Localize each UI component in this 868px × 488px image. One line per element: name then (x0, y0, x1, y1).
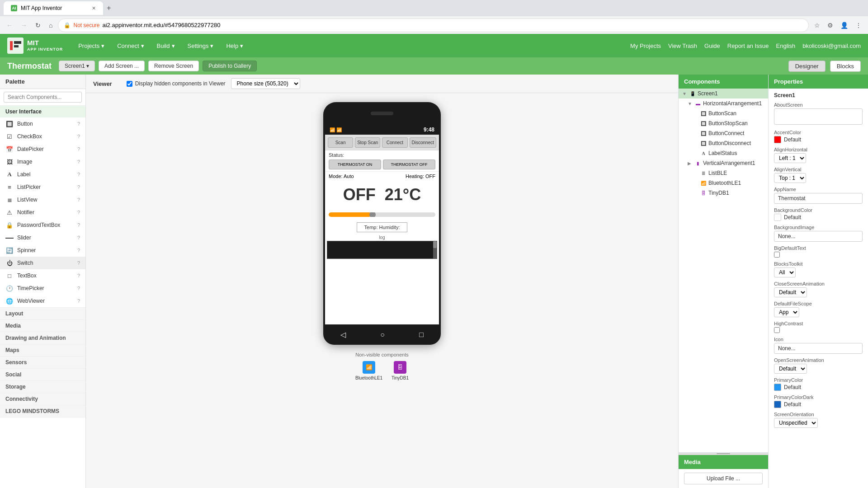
drawing-section[interactable]: Drawing and Animation (0, 332, 85, 344)
ha1-toggle[interactable]: ▼ (688, 101, 693, 106)
prop-default-file-scope-select[interactable]: App (774, 307, 799, 317)
prop-close-anim-dropdown[interactable]: Default (774, 287, 863, 297)
display-hidden-checkbox[interactable] (127, 81, 132, 87)
palette-item-slider[interactable]: — Slider ? (0, 231, 85, 244)
prop-big-default-checkbox-row[interactable] (774, 252, 863, 258)
prop-align-v-select[interactable]: Top : 1 (774, 173, 806, 183)
remove-screen-btn[interactable]: Remove Screen (148, 61, 199, 71)
prop-align-h-select[interactable]: Left : 1 (774, 153, 806, 163)
phone-recents-nav[interactable]: □ (419, 331, 424, 339)
display-hidden-label[interactable]: Display hidden components in Viewer (127, 80, 226, 87)
phone-disconnect-btn[interactable]: Disconnect (410, 137, 436, 148)
prop-appname-value[interactable] (774, 193, 863, 204)
prop-blocks-toolkit-select[interactable]: All (774, 267, 796, 277)
textbox-help[interactable]: ? (77, 273, 80, 278)
blocks-btn[interactable]: Blocks (830, 61, 861, 72)
connectivity-section[interactable]: Connectivity (0, 393, 85, 405)
phone-scan-btn[interactable]: Scan (328, 137, 353, 148)
comp-screen1[interactable]: ▼ 📱 Screen1 (679, 89, 768, 99)
comp-btn-disconnect[interactable]: ▸ 🔲 ButtonDisconnect (679, 138, 768, 148)
phone-thermostat-on-btn[interactable]: THERMOSTAT ON (329, 160, 381, 169)
lego-section[interactable]: LEGO MINDSTORMS (0, 405, 85, 418)
language-link[interactable]: English (776, 42, 796, 49)
palette-item-image[interactable]: 🖼 Image ? (0, 155, 85, 168)
phone-stop-scan-btn[interactable]: Stop Scan (355, 137, 380, 148)
layout-section[interactable]: Layout (0, 308, 85, 320)
palette-item-timepicker[interactable]: 🕐 TimePicker ? (0, 282, 85, 295)
datepicker-help[interactable]: ? (77, 146, 80, 152)
phone-size-select[interactable]: Phone size (505,320) (231, 78, 300, 89)
nav-build[interactable]: Build ▾ (151, 39, 181, 53)
prop-open-anim-dropdown[interactable]: Default (774, 364, 863, 374)
prop-align-h-dropdown[interactable]: Left : 1 (774, 153, 863, 163)
refresh-btn[interactable]: ↻ (33, 19, 43, 32)
prop-high-contrast-checkbox-row[interactable] (774, 327, 863, 333)
palette-item-notifier[interactable]: ⚠ Notifier ? (0, 206, 85, 219)
comp-btn-stop[interactable]: ▸ 🔲 ButtonStopScan (679, 118, 768, 128)
prop-bg-color-row[interactable]: Default (774, 214, 863, 221)
extensions-btn[interactable]: ⚙ (825, 20, 836, 31)
screen1-toggle[interactable]: ▼ (682, 91, 688, 96)
guide-link[interactable]: Guide (704, 42, 720, 49)
nav-connect[interactable]: Connect ▾ (111, 39, 150, 53)
prop-default-file-scope-dropdown[interactable]: App (774, 307, 863, 317)
prop-screen-orientation-dropdown[interactable]: Unspecified (774, 418, 863, 428)
phone-back-nav[interactable]: ◁ (340, 330, 346, 339)
prop-blocks-toolkit-dropdown[interactable]: All (774, 267, 863, 277)
webviewer-help[interactable]: ? (77, 298, 80, 304)
nav-projects[interactable]: Projects ▾ (72, 39, 111, 53)
view-trash-link[interactable]: View Trash (668, 42, 697, 49)
spinner-help[interactable]: ? (77, 248, 80, 253)
prop-accent-row[interactable]: Default (774, 136, 863, 143)
palette-item-checkbox[interactable]: ☑ CheckBox ? (0, 130, 85, 143)
phone-slider-area[interactable] (325, 209, 439, 221)
home-btn[interactable]: ⌂ (46, 19, 55, 32)
storage-section[interactable]: Storage (0, 381, 85, 393)
report-issue-link[interactable]: Report an Issue (727, 42, 769, 49)
comp-ha1[interactable]: ▼ ▬ HorizontalArrangement1 (679, 99, 768, 108)
my-projects-link[interactable]: My Projects (630, 42, 661, 49)
comp-lbl-status[interactable]: ▸ A LabelStatus (679, 148, 768, 158)
comp-btn-connect[interactable]: ▸ 🔲 ButtonConnect (679, 128, 768, 138)
browser-tab[interactable]: AI MIT App Inventor ✕ (4, 1, 103, 15)
forward-btn[interactable]: → (18, 19, 30, 32)
comp-va1[interactable]: ▶ ▮ VerticalArrangement1 (679, 158, 768, 168)
phone-scrollbar[interactable] (433, 241, 437, 258)
checkbox-help[interactable]: ? (77, 134, 80, 139)
publish-btn[interactable]: Publish to Gallery (203, 61, 257, 71)
profile-area[interactable]: 👤 (838, 20, 851, 31)
comp-bluetoothle1[interactable]: ▸ 📶 BluetoothLE1 (679, 178, 768, 188)
label-help[interactable]: ? (77, 172, 80, 177)
bookmark-btn[interactable]: ☆ (811, 20, 823, 31)
listview-help[interactable]: ? (77, 197, 80, 202)
back-btn[interactable]: ← (4, 19, 15, 32)
phone-thermostat-off-btn[interactable]: THERMOSTAT OFF (383, 160, 435, 169)
prop-open-anim-select[interactable]: Default (774, 364, 807, 374)
comp-listble[interactable]: ▸ ≣ ListBLE (679, 168, 768, 178)
sensors-section[interactable]: Sensors (0, 357, 85, 369)
button-help[interactable]: ? (77, 121, 80, 127)
palette-item-textbox[interactable]: □ TextBox ? (0, 269, 85, 282)
menu-btn[interactable]: ⋮ (853, 20, 864, 31)
palette-item-spinner[interactable]: 🔄 Spinner ? (0, 244, 85, 257)
prop-primary-color-dark-row[interactable]: Default (774, 401, 863, 408)
prop-bg-image-value[interactable] (774, 231, 863, 242)
search-input[interactable] (4, 92, 82, 103)
comp-tinydb1[interactable]: ▸ 🗄 TinyDB1 (679, 188, 768, 198)
maps-section[interactable]: Maps (0, 344, 85, 357)
palette-item-datepicker[interactable]: 📅 DatePicker ? (0, 143, 85, 155)
social-section[interactable]: Social (0, 369, 85, 381)
address-input[interactable] (103, 22, 803, 28)
switch-help[interactable]: ? (77, 260, 80, 266)
slider-help[interactable]: ? (77, 235, 80, 240)
palette-item-listpicker[interactable]: ≡ ListPicker ? (0, 181, 85, 193)
designer-btn[interactable]: Designer (788, 61, 826, 72)
comp-btn-scan[interactable]: ▸ 🔲 ButtonScan (679, 108, 768, 118)
upload-file-btn[interactable]: Upload File ... (684, 473, 763, 484)
add-screen-btn[interactable]: Add Screen ... (99, 61, 145, 71)
notifier-help[interactable]: ? (77, 210, 80, 215)
media-section[interactable]: Media (0, 320, 85, 332)
listpicker-help[interactable]: ? (77, 184, 80, 190)
prop-high-contrast-checkbox[interactable] (774, 327, 780, 333)
phone-home-nav[interactable]: ○ (380, 331, 385, 339)
